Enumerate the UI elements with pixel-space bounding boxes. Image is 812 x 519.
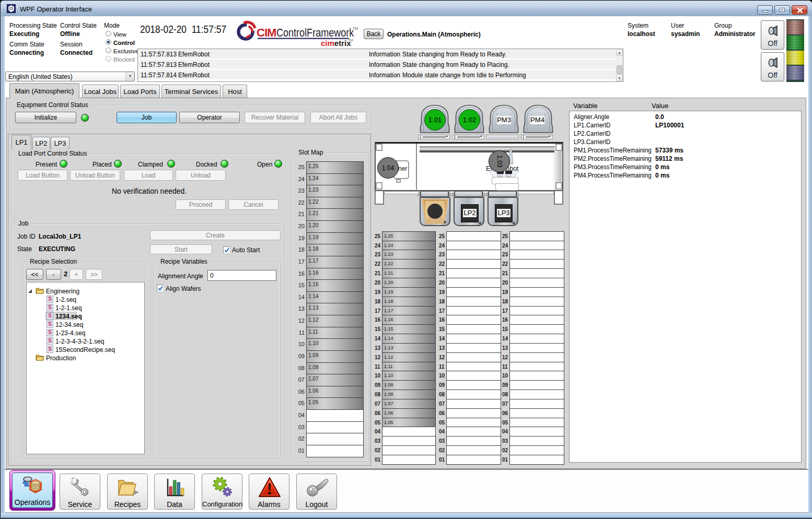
- svg-text:TM: TM: [353, 27, 358, 30]
- svg-text:cimetrix: cimetrix: [321, 39, 351, 46]
- svg-text:CIM: CIM: [257, 26, 276, 39]
- svg-text:TM: TM: [349, 39, 353, 42]
- svg-text:ControlFramework: ControlFramework: [276, 26, 354, 39]
